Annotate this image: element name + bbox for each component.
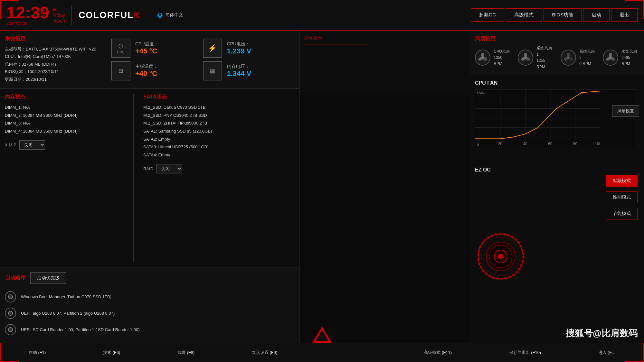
- fan-name-0: CPU风扇: [494, 49, 511, 55]
- memory-info-text: DIMM_1: N/A DIMM_2: 16384 MB 3600 MHz (D…: [5, 104, 127, 135]
- oc-dial-container: [475, 231, 526, 282]
- mem-value: 32768 MB (DDR4): [22, 62, 56, 67]
- mem-sata-section: 内存状态 DIMM_1: N/A DIMM_2: 16384 MB 3600 M…: [0, 89, 299, 267]
- fan-name-3: 水泵风扇: [621, 49, 639, 55]
- chart-svg: 20 40 60 80 100°C 100%: [475, 89, 600, 147]
- sata-title: SATA状态: [143, 94, 294, 100]
- boot-item-2: UEFI: SD Card Reader 1.00, Partition 1 (…: [5, 321, 294, 338]
- corner-decoration-tl: [0, 0, 19, 19]
- nav-btn-oc[interactable]: 超频OC: [471, 8, 505, 22]
- mem-volt-icon: ▦: [203, 61, 222, 80]
- clock-day: Friday: [52, 13, 65, 18]
- fan-settings-button[interactable]: 风扇设置: [612, 105, 639, 117]
- cpu-temp-info: CPU温度： +45 °C: [135, 41, 158, 55]
- nav-btn-bios[interactable]: BIOS功能: [544, 8, 582, 22]
- cpu-temp-value: +45 °C: [135, 47, 158, 55]
- mb-label: 主板型号：: [5, 47, 26, 51]
- corner-decoration-br: [625, 343, 644, 362]
- footer-item-3[interactable]: 默认设置 (F9): [252, 350, 277, 356]
- svg-text:80: 80: [573, 142, 577, 146]
- fan-icon-1: [518, 50, 533, 66]
- footer-item-1[interactable]: 搜索 (F6): [103, 350, 120, 356]
- footer-key-3: (F9): [270, 350, 277, 355]
- sata-info-text: M.2_SSD: Dahua C970 SSD 1TB M.2_SSD: PNY…: [143, 104, 294, 159]
- xmp-row: X.M.P 关闭: [5, 140, 127, 150]
- dimm1: DIMM_1: N/A: [5, 104, 127, 112]
- fan-icon-0: [475, 50, 490, 66]
- update-info: 更新日期：2023/10/11: [5, 76, 101, 83]
- footer-item-4[interactable]: 高级模式 (F11): [424, 350, 452, 356]
- dimm2: DIMM_2: 16384 MB 3600 MHz (DDR4): [5, 112, 127, 120]
- oc-default-btn[interactable]: 默频模式: [606, 175, 638, 187]
- motherboard-info: 主板型号：BATTLE-AX B760M-WHITE WIFI V20: [5, 45, 101, 53]
- chart-container: 20 40 60 80 100°C 100% 0: [475, 89, 636, 147]
- cpu-volt-info: CPU电压： 1.239 V: [227, 41, 251, 55]
- xmp-select[interactable]: 关闭: [19, 140, 45, 150]
- memory-info: 总内存：32768 MB (DDR4): [5, 60, 101, 68]
- fan-svg-1: [521, 53, 530, 62]
- memory-section: 内存状态 DIMM_1: N/A DIMM_2: 16384 MB 3600 M…: [5, 94, 134, 262]
- disk-icon-1: [5, 308, 16, 319]
- svg-text:100%: 100%: [477, 91, 485, 95]
- footer-label-6: 进入 (E...: [598, 350, 615, 355]
- sata4-info: SATA4: Empty: [143, 151, 294, 159]
- language-section[interactable]: 🌐 简体中文: [157, 12, 183, 18]
- fan-rpm-0: 1350 RPM: [494, 55, 511, 67]
- footer-label-1: 搜索: [103, 350, 111, 355]
- footer-item-0[interactable]: 帮助 (F1): [29, 350, 46, 356]
- mb-value: BATTLE-AX B760M-WHITE WIFI V20: [26, 47, 96, 51]
- ez-oc-title: EZ OC: [475, 167, 639, 173]
- cpu-volt-label: CPU电压：: [227, 41, 251, 47]
- nav-btn-advanced[interactable]: 高级模式: [506, 8, 542, 22]
- m2-ssd-1: M.2_SSD: Dahua C970 SSD 1TB: [143, 104, 294, 112]
- oc-eco-btn[interactable]: 节能模式: [606, 208, 638, 219]
- cpu-temp-icon: ⬡ CPU: [111, 39, 130, 58]
- fan-item-1: 系统风扇1 1255 RPM: [518, 45, 554, 70]
- center-triangle-inner: [316, 330, 328, 341]
- fan-item-2: 系统风扇2 0 RPM: [561, 45, 596, 70]
- cpu-temp-item: ⬡ CPU CPU温度： +45 °C: [111, 39, 200, 58]
- fan-icon-2: [561, 50, 576, 66]
- fan-svg-2: [564, 53, 573, 62]
- footer-label-2: 截屏: [177, 350, 186, 355]
- footer-key-2: (F8): [187, 350, 194, 355]
- footer-key-0: (F1): [38, 350, 46, 355]
- svg-text:100°C: 100°C: [595, 142, 600, 146]
- op-hints-title: 操作提示: [304, 35, 465, 41]
- right-panel: 风扇信息 CPU风扇 1350 RPM: [470, 31, 644, 343]
- boot-item-1: UEFI: aigo U268 8.07, Partition 2 (aigo …: [5, 305, 294, 321]
- mb-temp-value: +40 °C: [135, 70, 158, 78]
- footer-item-2[interactable]: 截屏 (F8): [177, 350, 194, 356]
- m2-ssd-2: M.2_SSD: PNY CS3040 2TB SSD: [143, 112, 294, 120]
- fan-rpm-3: 2495 RPM: [621, 55, 639, 67]
- footer-key-5: (F10): [531, 350, 541, 355]
- footer-label-3: 默认设置: [252, 350, 269, 355]
- footer-item-6[interactable]: 进入 (E...: [598, 350, 615, 356]
- clock-month: March: [52, 18, 65, 23]
- fan-svg-3: [606, 53, 615, 62]
- fan-name-1: 系统风扇1: [536, 45, 554, 58]
- footer-key-1: (F6): [112, 350, 120, 355]
- sata-section: SATA状态 M.2_SSD: Dahua C970 SSD 1TB M.2_S…: [140, 94, 294, 262]
- update-label: 更新日期：: [5, 77, 26, 82]
- svg-point-4: [482, 57, 484, 59]
- oc-performance-btn[interactable]: 性能模式: [606, 191, 638, 203]
- raid-label: RAID: [143, 166, 153, 171]
- oc-dial-svg: [475, 231, 526, 282]
- main-container: 系统信息 主板型号：BATTLE-AX B760M-WHITE WIFI V20…: [0, 31, 644, 343]
- fan-text-1: 系统风扇1 1255 RPM: [536, 45, 554, 70]
- mb-temp-label: 主板温度：: [135, 64, 158, 70]
- footer-item-5[interactable]: 保存并退出 (F10): [509, 350, 541, 356]
- footer: 帮助 (F1) 搜索 (F6) 截屏 (F8) 默认设置 (F9) 高级模式 (…: [0, 343, 644, 362]
- fan-rpm-2: 0 RPM: [579, 61, 596, 67]
- mem-volt-item: ▦ 内存电压： 1.344 V: [203, 61, 291, 80]
- raid-select[interactable]: 关闭: [156, 164, 182, 173]
- ez-oc-section: EZ OC: [470, 162, 644, 343]
- fan-text-0: CPU风扇 1350 RPM: [494, 49, 511, 67]
- boot-priority-button[interactable]: 启动优先级: [30, 272, 66, 284]
- svg-point-11: [567, 53, 570, 57]
- middle-section: 操作提示: [299, 31, 470, 343]
- svg-point-16: [609, 53, 612, 57]
- memory-title: 内存状态: [5, 94, 127, 100]
- nav-btn-boot[interactable]: 启动: [583, 8, 610, 22]
